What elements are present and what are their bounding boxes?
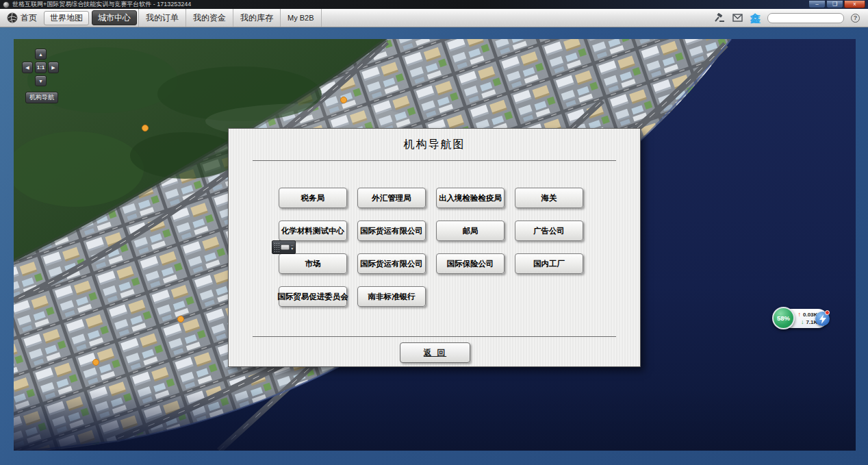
memory-percent-ball[interactable]: 58% [772,307,795,329]
trade-promotion-committee-button[interactable]: 国际贸易促进委员会 [279,286,347,307]
download-arrow-icon: ↓ [801,318,804,326]
pan-left-button[interactable]: ◀ [22,62,33,73]
window-title: 世格互联网+国际贸易综合技能实训与竞赛平台软件 - 1713253244 [12,0,191,9]
post-office-button[interactable]: 邮局 [436,221,505,241]
arrow-right-icon: ▶ [51,65,55,71]
drag-handle-icon[interactable] [274,242,279,252]
tab-my-inventory[interactable]: 我的库存 [233,9,281,27]
tab-my-orders[interactable]: 我的订单 [138,9,186,27]
toolbar-search-input[interactable] [767,13,844,23]
ad-company-button[interactable]: 广告公司 [515,221,583,241]
chem-test-center-button[interactable]: 化学材料测试中心 [279,221,347,241]
dialog-title: 机构导航图 [229,138,640,152]
intl-insurance-button[interactable]: 国际保险公司 [436,253,505,274]
ime-toolbar[interactable]: ‒ ▾ [272,240,296,254]
toolbar-right: 鑫 ? [713,13,863,23]
arrow-left-icon: ◀ [25,65,29,71]
tab-home[interactable]: 首页 [5,9,42,27]
tab-my-b2b[interactable]: My B2B [281,9,322,27]
net-speed-widget[interactable]: ↑ 0.03K/s ↓ 7.1K/s 58% [770,305,835,331]
customs-button[interactable]: 海关 [515,188,583,208]
institution-nav-button[interactable]: 机构导航 [25,92,58,103]
forex-admin-button[interactable]: 外汇管理局 [357,188,426,208]
globe-icon [7,12,18,23]
divider [253,336,616,337]
notification-dot [825,310,830,315]
tab-my-funds[interactable]: 我的资金 [186,9,233,27]
tab-world-map[interactable]: 世界地图 [44,11,89,25]
app-icon [3,1,10,8]
arrow-down-icon: ▼ [38,79,43,84]
main-nav-bar: 首页 世界地图 城市中心 我的订单 我的资金 我的库存 My B2B 鑫 [0,9,868,27]
auction-gavel-icon[interactable] [713,13,725,23]
close-button[interactable]: x [844,1,865,8]
bottom-vignette [14,388,856,451]
intl-freight-co-button-1[interactable]: 国际货运有限公司 [357,221,426,241]
market-button[interactable]: 市场 [279,253,347,274]
pan-right-button[interactable]: ▶ [48,62,59,73]
mail-inbox-icon[interactable] [732,13,743,23]
zoom-reset-button[interactable]: 1:1 [35,62,47,73]
upload-arrow-icon: ↑ [797,311,801,318]
title-bar: 世格互联网+国际贸易综合技能实训与竞赛平台软件 - 1713253244 – ❑… [0,0,868,9]
ime-menu-arrow-icon[interactable]: ▾ [291,247,293,251]
help-icon[interactable]: ? [851,14,860,23]
inspection-quarantine-button[interactable]: 出入境检验检疫局 [436,188,505,208]
tab-home-label: 首页 [21,12,37,24]
standard-bank-button[interactable]: 南非标准银行 [357,286,426,307]
divider [253,160,616,161]
institution-button-grid: 税务局 外汇管理局 出入境检验检疫局 海关 化学材料测试中心 国际货运有限公司 … [279,188,583,307]
intl-freight-co-button-2[interactable]: 国际货运有限公司 [357,253,426,274]
pan-up-button[interactable]: ▲ [35,49,47,60]
tab-city-center[interactable]: 城市中心 [92,10,137,25]
restore-button[interactable]: ❑ [826,1,843,8]
return-button[interactable]: 返 回 [400,342,470,363]
domestic-factory-button[interactable]: 国内工厂 [515,253,583,274]
minimize-button[interactable]: – [808,1,826,8]
memory-percent: 58% [777,314,790,322]
rocket-icon [819,314,827,324]
tax-bureau-button[interactable]: 税务局 [279,188,347,208]
pan-down-button[interactable]: ▼ [35,75,47,86]
arrow-up-icon: ▲ [38,52,43,57]
keyboard-icon[interactable] [281,244,290,250]
window-controls: – ❑ x [808,1,867,8]
brand-logo: 鑫 [750,13,761,23]
